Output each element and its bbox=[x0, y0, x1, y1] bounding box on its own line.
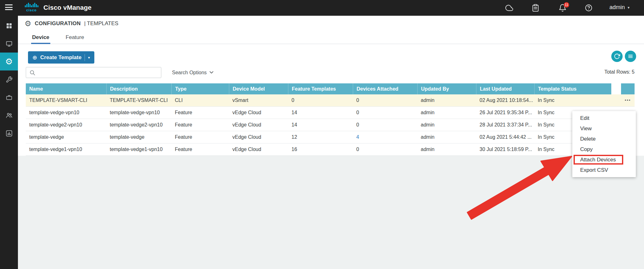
column-header-updated-by[interactable]: Updated By bbox=[417, 83, 476, 94]
sidebar-item-administration[interactable] bbox=[0, 106, 18, 124]
sidebar-item-maintenance[interactable] bbox=[0, 88, 18, 106]
create-template-button[interactable]: ⊕ Create Template ▾ bbox=[28, 51, 94, 64]
table-row[interactable]: template-vedge2-vpn10 template-vedge2-vp… bbox=[26, 119, 635, 131]
tasks-button[interactable] bbox=[531, 4, 540, 12]
cell-description: template-vedge1-vpn10 bbox=[106, 143, 171, 155]
sidebar: ⚙ bbox=[0, 16, 18, 269]
cloud-button[interactable] bbox=[505, 4, 514, 12]
list-icon bbox=[628, 53, 633, 59]
cell-last-updated: 26 Jul 2021 9:35:34 P... bbox=[476, 107, 534, 119]
menu-item-delete[interactable]: Delete bbox=[572, 134, 636, 144]
cell-updated-by: admin bbox=[417, 94, 476, 106]
content-background bbox=[18, 156, 644, 269]
cell-device-model: vEdge Cloud bbox=[229, 107, 288, 119]
cell-description: TEMPLATE-VSMART-CLI bbox=[106, 94, 171, 106]
table-row[interactable]: template-vedge-vpn10 template-vedge-vpn1… bbox=[26, 107, 635, 119]
refresh-icon bbox=[614, 53, 620, 59]
search-options-dropdown[interactable]: Search Options bbox=[172, 70, 214, 76]
cell-devices-attached: 0 bbox=[353, 143, 417, 155]
page-subtitle: | TEMPLATES bbox=[84, 20, 119, 27]
cell-description: template-vedge2-vpn10 bbox=[106, 119, 171, 131]
cell-updated-by: admin bbox=[417, 107, 476, 119]
column-header-template-status[interactable]: Template Status bbox=[534, 83, 611, 94]
table-row[interactable]: TEMPLATE-VSMART-CLI TEMPLATE-VSMART-CLI … bbox=[26, 94, 635, 107]
cell-feature-templates: 0 bbox=[288, 94, 353, 106]
row-context-menu: Edit View Delete Copy Attach Devices Exp… bbox=[572, 111, 636, 177]
table-row[interactable]: template-vedge1-vpn10 template-vedge1-vp… bbox=[26, 143, 635, 156]
table-options-button[interactable] bbox=[625, 51, 636, 62]
users-icon bbox=[6, 112, 13, 119]
user-menu[interactable]: admin ▾ bbox=[609, 4, 630, 11]
cell-device-model: vEdge Cloud bbox=[229, 143, 288, 155]
caret-down-icon: ▾ bbox=[88, 55, 90, 60]
column-header-last-updated[interactable]: Last Updated bbox=[476, 83, 534, 94]
cell-type: Feature bbox=[171, 143, 229, 155]
column-header-device-model[interactable]: Device Model bbox=[229, 83, 288, 94]
menu-item-view[interactable]: View bbox=[572, 123, 636, 134]
header-gap bbox=[611, 83, 621, 94]
search-bar: Search Options bbox=[26, 67, 214, 78]
cell-last-updated: 30 Jul 2021 5:18:59 P... bbox=[476, 143, 534, 155]
cell-updated-by: admin bbox=[417, 143, 476, 155]
search-box bbox=[26, 67, 161, 78]
cell-devices-attached: 0 bbox=[353, 94, 417, 106]
hamburger-icon bbox=[5, 4, 13, 5]
column-header-description[interactable]: Description bbox=[106, 83, 171, 94]
help-button[interactable] bbox=[585, 4, 593, 12]
caret-down-icon: ▾ bbox=[628, 5, 630, 10]
cisco-logo-text: cisco bbox=[23, 8, 40, 12]
menu-item-attach-devices[interactable]: Attach Devices bbox=[572, 154, 636, 165]
search-options-label: Search Options bbox=[172, 70, 207, 76]
cell-device-model: vEdge Cloud bbox=[229, 119, 288, 131]
tasks-icon bbox=[531, 4, 540, 12]
cell-type: Feature bbox=[171, 131, 229, 143]
menu-item-export-csv[interactable]: Export CSV bbox=[572, 165, 636, 175]
sidebar-item-configuration[interactable]: ⚙ bbox=[0, 53, 18, 70]
cell-last-updated: 02 Aug 2021 5:44:42 ... bbox=[476, 131, 534, 143]
cell-type: Feature bbox=[171, 107, 229, 119]
column-header-name[interactable]: Name bbox=[26, 83, 106, 94]
column-header-type[interactable]: Type bbox=[171, 83, 229, 94]
cell-updated-by: admin bbox=[417, 119, 476, 131]
dashboard-icon bbox=[6, 22, 13, 29]
cloud-icon bbox=[505, 4, 514, 12]
table-header: Name Description Type Device Model Featu… bbox=[26, 83, 635, 94]
column-header-devices-attached[interactable]: Devices Attached bbox=[353, 83, 417, 94]
menu-item-edit[interactable]: Edit bbox=[572, 113, 636, 123]
table-row[interactable]: template-vedge template-vedge Feature vE… bbox=[26, 131, 635, 143]
search-icon bbox=[29, 70, 36, 76]
sidebar-item-vanalytics[interactable] bbox=[0, 124, 18, 142]
plus-circle-icon: ⊕ bbox=[32, 54, 37, 61]
tab-device[interactable]: Device bbox=[31, 34, 50, 44]
chevron-down-icon bbox=[209, 71, 214, 74]
bar-chart-icon bbox=[6, 130, 13, 137]
sidebar-item-tools[interactable] bbox=[0, 70, 18, 88]
button-divider bbox=[85, 54, 85, 61]
cisco-logo: cisco bbox=[23, 3, 40, 12]
cell-feature-templates: 14 bbox=[288, 119, 353, 131]
column-header-feature-templates[interactable]: Feature Templates bbox=[288, 83, 353, 94]
create-template-label: Create Template bbox=[40, 54, 81, 61]
main-content: ⚙ CONFIGURATION | TEMPLATES Device Featu… bbox=[18, 16, 644, 269]
vmanage-app: cisco Cisco vManage bbox=[0, 0, 644, 269]
sidebar-item-dashboard[interactable] bbox=[0, 17, 18, 35]
search-input[interactable] bbox=[26, 67, 161, 78]
cell-name: TEMPLATE-VSMART-CLI bbox=[26, 94, 106, 106]
page-title: CONFIGURATION bbox=[35, 20, 81, 27]
menu-button[interactable] bbox=[5, 4, 13, 11]
briefcase-icon bbox=[6, 94, 13, 101]
sidebar-item-monitor[interactable] bbox=[0, 35, 18, 53]
menu-item-copy[interactable]: Copy bbox=[572, 144, 636, 154]
refresh-button[interactable] bbox=[611, 51, 623, 62]
tab-feature[interactable]: Feature bbox=[65, 34, 85, 44]
cell-last-updated: 28 Jul 2021 3:37:34 P... bbox=[476, 119, 534, 131]
brand-title: Cisco vManage bbox=[43, 4, 92, 11]
row-actions-button[interactable]: ••• bbox=[621, 94, 635, 106]
cell-name: template-vedge1-vpn10 bbox=[26, 143, 106, 155]
cell-updated-by: admin bbox=[417, 131, 476, 143]
cell-name: template-vedge2-vpn10 bbox=[26, 119, 106, 131]
devices-attached-link[interactable]: 4 bbox=[356, 134, 359, 140]
attach-devices-label: Attach Devices bbox=[580, 157, 616, 163]
templates-table: Name Description Type Device Model Featu… bbox=[26, 83, 635, 156]
cell-name: template-vedge bbox=[26, 131, 106, 143]
